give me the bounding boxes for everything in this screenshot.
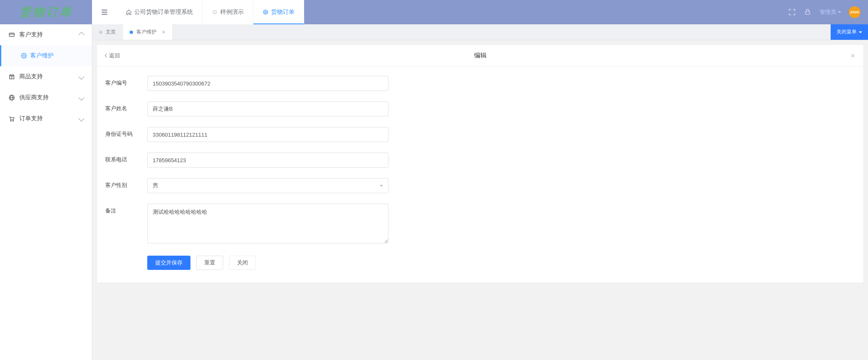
card-icon [8, 31, 15, 38]
chevron-up-icon [78, 32, 84, 38]
svg-rect-0 [9, 33, 14, 36]
label-idcard: 身份证号码 [105, 127, 147, 138]
svg-point-2 [23, 55, 25, 57]
topbar-right: 管理员 JAVA [788, 0, 868, 24]
globe-icon [8, 94, 15, 101]
gear-icon [263, 9, 268, 15]
chevron-down-icon [78, 74, 84, 80]
cart-icon [8, 115, 15, 122]
dot-icon [130, 31, 133, 34]
chevron-down-icon [859, 31, 862, 33]
sparkle-icon [212, 9, 218, 15]
label-customer-name: 客户姓名 [105, 101, 147, 112]
chevron-left-icon [105, 54, 109, 58]
chevron-down-icon [78, 116, 84, 122]
panel-title: 编辑 [474, 52, 487, 60]
back-label: 返回 [109, 52, 120, 60]
svg-rect-14 [805, 11, 810, 14]
user-menu[interactable]: 管理员 [820, 8, 841, 16]
tab-home[interactable]: 主页 [92, 24, 123, 40]
main-area: 公司货物订单管理系统 样例演示 货物订单 [92, 0, 868, 360]
tab-label: 客户维护 [136, 28, 156, 36]
reset-button[interactable]: 重置 [196, 256, 223, 270]
nav-item-label: 货物订单 [271, 8, 295, 16]
topbar: 公司货物订单管理系统 样例演示 货物订单 [92, 0, 868, 24]
textarea-remark[interactable] [147, 204, 388, 243]
fullscreen-icon[interactable] [788, 8, 796, 16]
user-label: 管理员 [820, 8, 836, 16]
nav-item-demo[interactable]: 样例演示 [203, 0, 253, 24]
chevron-down-icon [78, 95, 84, 101]
svg-point-9 [13, 120, 13, 121]
sidebar-item-product-support[interactable]: 商品支持 [0, 66, 92, 87]
home-icon [126, 9, 132, 15]
sidebar-menu: 客户支持 客户维护 商品支持 [0, 24, 92, 129]
chevron-down-icon [380, 185, 383, 187]
edit-panel: 返回 编辑 × 客户编号 客户姓名 [96, 44, 864, 283]
tab-close-icon[interactable]: ✕ [162, 29, 166, 35]
workarea: 返回 编辑 × 客户编号 客户姓名 [92, 40, 868, 360]
label-phone: 联系电话 [105, 153, 147, 163]
label-gender: 客户性别 [105, 178, 147, 189]
sidebar: 货物订单 客户支持 客户维护 [0, 0, 92, 360]
chevron-down-icon [838, 11, 841, 13]
submit-button[interactable]: 提交并保存 [147, 256, 190, 270]
nav-item-goods-orders[interactable]: 货物订单 [253, 0, 304, 24]
gear-icon [21, 53, 27, 59]
nav-item-label: 样例演示 [220, 8, 244, 16]
avatar-text: JAVA [850, 10, 860, 14]
input-phone[interactable] [147, 153, 388, 168]
avatar[interactable]: JAVA [849, 6, 860, 18]
close-tabs-menu-button[interactable]: 关闭菜单 [831, 24, 868, 40]
app-logo-text: 货物订单 [19, 4, 73, 20]
panel-header: 返回 编辑 × [97, 45, 863, 67]
tab-label: 主页 [106, 28, 116, 36]
nav-item-system[interactable]: 公司货物订单管理系统 [117, 0, 203, 24]
sidebar-item-label: 客户支持 [19, 31, 43, 39]
nav-item-label: 公司货物订单管理系统 [134, 8, 193, 16]
select-gender[interactable]: 男 [147, 178, 388, 193]
tab-customer-maintain[interactable]: 客户维护 ✕ [123, 24, 173, 40]
sidebar-subitem-label: 客户维护 [30, 52, 54, 60]
input-customer-code[interactable] [147, 76, 388, 91]
label-customer-code: 客户编号 [105, 76, 147, 87]
sidebar-subitem-customer-maintain[interactable]: 客户维护 [0, 45, 92, 66]
close-menu-label: 关闭菜单 [837, 28, 857, 36]
svg-point-8 [10, 120, 11, 121]
sidebar-item-supplier-support[interactable]: 供应商支持 [0, 87, 92, 108]
input-idcard[interactable] [147, 127, 388, 142]
close-button[interactable]: 关闭 [229, 256, 256, 270]
lock-icon[interactable] [804, 8, 812, 16]
app-logo: 货物订单 [0, 0, 92, 24]
dot-icon [99, 31, 102, 34]
svg-point-13 [265, 11, 266, 13]
sidebar-item-label: 供应商支持 [19, 94, 49, 101]
sidebar-item-customer-support[interactable]: 客户支持 [0, 24, 92, 45]
sidebar-item-label: 订单支持 [19, 115, 43, 122]
sidebar-item-order-support[interactable]: 订单支持 [0, 108, 92, 129]
form-actions: 提交并保存 重置 关闭 [105, 256, 855, 270]
sidebar-toggle-button[interactable] [92, 0, 117, 24]
tabstrip: 主页 客户维护 ✕ 关闭菜单 [92, 24, 868, 40]
sidebar-submenu-customer: 客户维护 [0, 45, 92, 66]
input-customer-name[interactable] [147, 101, 388, 117]
sidebar-item-label: 商品支持 [19, 73, 43, 80]
back-button[interactable]: 返回 [105, 52, 120, 60]
customer-form: 客户编号 客户姓名 身份证号码 [97, 67, 863, 282]
label-remark: 备注 [105, 204, 147, 215]
panel-close-button[interactable]: × [850, 52, 855, 60]
gift-icon [8, 73, 15, 80]
top-nav: 公司货物订单管理系统 样例演示 货物订单 [117, 0, 304, 24]
select-gender-value: 男 [153, 182, 158, 189]
